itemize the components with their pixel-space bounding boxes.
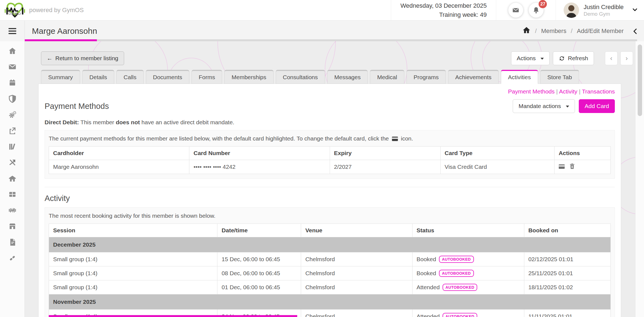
breadcrumb-separator: / <box>535 27 537 35</box>
tab-store-tab[interactable]: Store Tab <box>540 70 579 84</box>
info-text: icon. <box>401 135 413 142</box>
bell-icon <box>533 7 540 14</box>
payment-methods-link[interactable]: Payment Methods <box>508 88 555 95</box>
sidebar-item-facilities[interactable] <box>0 170 24 186</box>
date-block: Wednesday, 03 December 2025 Training wee… <box>391 0 496 20</box>
messages-button[interactable] <box>508 3 523 18</box>
scrollbar-thumb[interactable] <box>638 45 642 116</box>
payment-methods-info: The current payment methods for this mem… <box>49 135 611 142</box>
activity-well: The most recent booking activity for thi… <box>45 207 615 317</box>
tab-achievements[interactable]: Achievements <box>448 70 499 84</box>
sidebar-item-sessions[interactable] <box>0 202 24 218</box>
tab-activities[interactable]: Activities <box>501 70 538 84</box>
tab-consultations[interactable]: Consultations <box>276 70 325 84</box>
venue-cell: Chelmsford <box>301 280 412 294</box>
payment-methods-table: Cardholder Card Number Expiry Card Type … <box>49 146 611 174</box>
page-progress-track <box>25 39 637 41</box>
payment-methods-heading: Payment Methods <box>45 102 109 111</box>
breadcrumb-members[interactable]: Members <box>541 27 566 35</box>
tab-details[interactable]: Details <box>82 70 114 84</box>
store-icon <box>8 222 17 230</box>
set-default-card-icon[interactable] <box>559 164 565 169</box>
return-to-member-listing-button[interactable]: ← Return to member listing <box>41 51 124 65</box>
sidebar-item-export[interactable] <box>0 123 24 139</box>
add-card-button[interactable]: Add Card <box>579 99 615 113</box>
col-session: Session <box>49 224 217 237</box>
col-card-type: Card Type <box>440 147 554 160</box>
tab-messages[interactable]: Messages <box>327 70 368 84</box>
link-separator: | <box>579 88 580 95</box>
collapse-breadcrumb-button[interactable] <box>632 27 638 35</box>
activity-row: Small group (1:4) 01 Dec, 06:00 to 06:45… <box>49 280 611 294</box>
sidebar-item-tables[interactable] <box>0 186 24 202</box>
sidebar-item-library[interactable] <box>0 139 24 155</box>
info-text: The current payment methods for this mem… <box>49 135 389 142</box>
calendar-icon <box>8 79 17 87</box>
home-icon <box>8 47 17 55</box>
status-cell: AttendedAUTOBOOKED <box>412 310 524 317</box>
chevron-down-icon <box>632 7 638 14</box>
actions-label: Actions <box>517 55 536 62</box>
col-card-number: Card Number <box>189 147 330 160</box>
cogs-icon <box>8 111 17 119</box>
tab-documents[interactable]: Documents <box>146 70 189 84</box>
notifications-button[interactable]: 27 <box>529 3 544 18</box>
month-group-label: November 2025 <box>49 294 611 310</box>
tab-memberships[interactable]: Memberships <box>224 70 273 84</box>
sidebar-item-messages[interactable] <box>0 59 24 75</box>
status-text: Attended <box>417 313 440 317</box>
payment-method-row: Marge Aaronsohn •••• •••• •••• 4242 2/20… <box>49 160 611 174</box>
col-booked-on: Booked on <box>524 224 610 237</box>
envelope-icon <box>512 7 519 14</box>
breadcrumb-separator: / <box>571 27 572 35</box>
shield-icon <box>8 95 17 103</box>
payment-methods-well: The current payment methods for this mem… <box>45 130 615 179</box>
avatar <box>564 2 579 18</box>
sidebar-item-calendar[interactable] <box>0 75 24 91</box>
autobooked-badge: AUTOBOOKED <box>443 284 477 291</box>
breadcrumb-add-edit-member: Add/Edit Member <box>577 27 624 35</box>
next-member-button[interactable]: › <box>620 51 633 65</box>
sidebar-item-documents[interactable] <box>0 234 24 250</box>
sidebar-item-no-shows[interactable] <box>0 155 24 170</box>
mandate-actions-label: Mandate actions <box>519 103 561 109</box>
activity-row: Small group (1:4) 08 Dec, 06:00 to 06:45… <box>49 266 611 280</box>
sidebar-item-tools[interactable] <box>0 250 24 266</box>
activity-link[interactable]: Activity <box>559 88 577 95</box>
actions-dropdown-button[interactable]: Actions <box>511 51 550 65</box>
direct-debit-bold: does not <box>116 119 140 125</box>
datetime-cell: 15 Dec, 06:00 to 06:45 <box>217 252 301 266</box>
session-cell: Small group (1:4) <box>49 252 217 266</box>
activities-panel: Payment Methods | Activity | Transaction… <box>38 84 621 317</box>
link-separator: | <box>556 88 558 95</box>
venue-cell: Chelmsford <box>301 310 412 317</box>
previous-member-button[interactable]: ‹ <box>605 51 618 65</box>
mandate-actions-dropdown-button[interactable]: Mandate actions <box>513 99 575 113</box>
sidebar-item-store[interactable] <box>0 218 24 234</box>
sidebar-item-settings[interactable] <box>0 107 24 123</box>
datetime-cell: 08 Dec, 06:00 to 06:45 <box>217 266 301 280</box>
menu-toggle-button[interactable] <box>0 21 25 41</box>
tab-programs[interactable]: Programs <box>406 70 446 84</box>
caret-down-icon <box>541 58 544 61</box>
home-icon[interactable] <box>522 26 531 36</box>
tab-calls[interactable]: Calls <box>116 70 144 84</box>
refresh-button[interactable]: Refresh <box>553 51 594 65</box>
user-organisation: Demo Gym <box>583 11 624 17</box>
hamburger-icon <box>9 28 16 34</box>
document-icon <box>8 238 17 246</box>
sidebar-item-security[interactable] <box>0 91 24 107</box>
tab-summary[interactable]: Summary <box>41 70 80 84</box>
sidebar-item-home[interactable] <box>0 43 24 59</box>
tab-medical[interactable]: Medical <box>370 70 404 84</box>
col-datetime: Date/time <box>217 224 301 237</box>
transactions-link[interactable]: Transactions <box>582 88 615 95</box>
status-cell: BookedAUTOBOOKED <box>412 266 524 280</box>
vertical-scrollbar[interactable] <box>635 41 644 317</box>
status-text: Attended <box>417 284 440 290</box>
tab-forms[interactable]: Forms <box>192 70 222 84</box>
session-cell: Small group (1:4) <box>49 266 217 280</box>
user-menu[interactable]: Justin Credible Demo Gym <box>556 0 644 20</box>
delete-card-icon[interactable] <box>570 163 575 169</box>
share-icon <box>8 126 17 135</box>
